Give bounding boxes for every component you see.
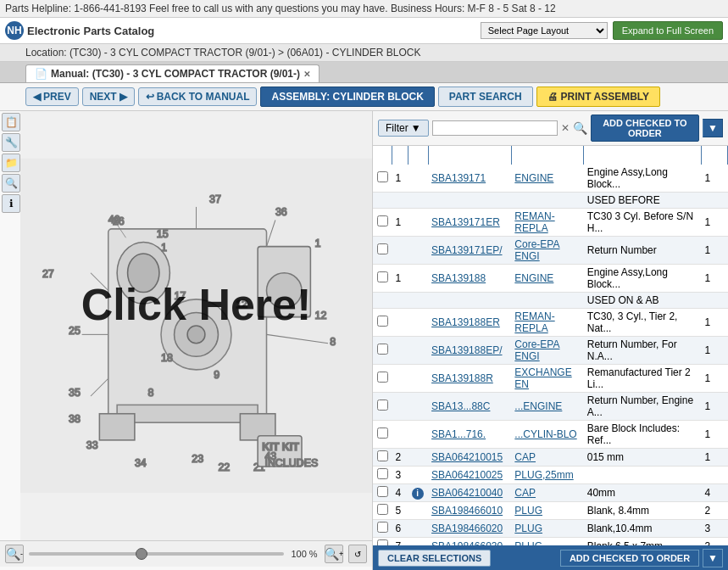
part-name-link[interactable]: ENGINE — [514, 172, 553, 184]
part-number-link[interactable]: SBA198466010 — [431, 505, 503, 517]
row-part-number[interactable]: SBA139188EP/ — [428, 337, 511, 365]
sidebar-icon-2[interactable]: 🔧 — [2, 133, 20, 152]
bottom-dropdown-icon[interactable]: ▼ — [703, 549, 723, 567]
parts-table-scroll[interactable]: # ! Part # Part Name Description Qty 1SB… — [373, 146, 728, 545]
part-number-link[interactable]: SBA139188 — [431, 272, 486, 284]
expand-button[interactable]: Expand to Full Screen — [613, 21, 723, 40]
row-checkbox[interactable] — [377, 400, 388, 411]
tab-close-icon[interactable]: ✕ — [303, 70, 310, 79]
part-name-link[interactable]: PLUG,25mm — [514, 469, 573, 481]
row-part-number[interactable]: SBA064210015 — [428, 449, 511, 467]
sidebar-icon-3[interactable]: 📁 — [2, 154, 20, 172]
zoom-slider-thumb[interactable] — [136, 548, 147, 560]
part-name-link[interactable]: Core-EPA ENGI — [514, 338, 559, 362]
part-name-link[interactable]: ...CYLIN-BLO — [514, 428, 576, 440]
row-part-number[interactable]: SBA064210025 — [428, 467, 511, 484]
row-part-number[interactable]: SBA139171 — [428, 165, 511, 193]
row-description: Return Number, Engine A... — [584, 393, 702, 421]
svg-rect-7 — [99, 414, 135, 440]
row-checkbox[interactable] — [377, 486, 388, 497]
sidebar-icon-1[interactable]: 📋 — [2, 113, 20, 131]
part-number-link[interactable]: SBA139171 — [431, 172, 486, 184]
part-name-link[interactable]: Core-EPA ENGI — [514, 238, 559, 262]
row-checkbox[interactable] — [377, 344, 388, 355]
row-part-number[interactable]: SBA1...716. — [428, 421, 511, 449]
part-name-link[interactable]: ENGINE — [514, 272, 553, 284]
sidebar-icon-4[interactable]: 🔍 — [2, 174, 20, 193]
row-checkbox[interactable] — [377, 372, 388, 383]
part-number-link[interactable]: SBA064210025 — [431, 469, 503, 481]
part-number-link[interactable]: SBA139188EP/ — [431, 344, 502, 356]
row-checkbox[interactable] — [377, 522, 388, 533]
layout-select[interactable]: Select Page Layout — [481, 22, 608, 39]
part-search-button[interactable]: PART SEARCH — [438, 87, 533, 107]
part-name-link[interactable]: CAP — [514, 487, 536, 499]
part-number-link[interactable]: SBA13...88C — [431, 400, 490, 412]
row-qty: 1 — [701, 449, 727, 467]
row-part-number — [428, 193, 511, 209]
part-name-link[interactable]: EXCHANGE EN — [514, 366, 571, 390]
row-checkbox[interactable] — [377, 215, 388, 226]
part-number-link[interactable]: SBA139171ER — [431, 216, 500, 228]
part-number-link[interactable]: SBA064210015 — [431, 451, 503, 463]
table-row: 5SBA198466010PLUGBlank, 8.4mm2 — [373, 502, 728, 520]
row-checkbox[interactable] — [377, 243, 388, 254]
row-part-number[interactable]: SBA139188R — [428, 365, 511, 393]
filter-button[interactable]: Filter ▼ — [378, 120, 429, 137]
row-part-number[interactable]: SBA139188ER — [428, 309, 511, 337]
row-checkbox[interactable] — [377, 504, 388, 515]
row-checkbox[interactable] — [377, 450, 388, 461]
zoom-slider-track[interactable] — [29, 548, 284, 560]
part-name-link[interactable]: REMAN-REPLA — [514, 310, 554, 334]
part-name-link[interactable]: ...ENGINE — [514, 400, 562, 412]
row-checkbox[interactable] — [377, 171, 388, 182]
zoom-out-button[interactable]: 🔍- — [5, 545, 24, 563]
row-part-number[interactable]: SBA198466020 — [428, 520, 511, 538]
part-name-link[interactable]: PLUG — [514, 522, 542, 534]
filter-clear-icon[interactable]: ✕ — [561, 122, 570, 134]
row-part-number[interactable]: SBA064210040 — [428, 484, 511, 502]
next-button[interactable]: NEXT ▶ — [82, 87, 135, 106]
part-name-link[interactable]: PLUG — [514, 505, 542, 517]
zoom-reset-button[interactable]: ↺ — [348, 545, 367, 563]
diagram-area[interactable]: 27 26 25 37 36 1 35 38 33 34 23 22 21 20 — [20, 111, 372, 540]
row-part-number[interactable]: SBA139171ER — [428, 209, 511, 237]
row-qty: 2 — [701, 502, 727, 520]
part-number-link[interactable]: SBA198466020 — [431, 522, 503, 534]
part-name-link[interactable]: REMAN-REPLA — [514, 210, 554, 234]
row-checkbox[interactable] — [377, 539, 388, 545]
row-part-number[interactable]: SBA139171EP/ — [428, 237, 511, 265]
info-icon[interactable]: i — [412, 488, 424, 500]
row-part-number[interactable]: SBA13...88C — [428, 393, 511, 421]
row-number — [392, 365, 408, 393]
manual-tab[interactable]: 📄 Manual: (TC30) - 3 CYL COMPACT TRACTOR… — [25, 64, 320, 82]
add-order-dropdown-icon[interactable]: ▼ — [703, 119, 723, 137]
row-part-number[interactable]: SBA139188 — [428, 265, 511, 293]
row-number — [392, 293, 408, 309]
part-number-link[interactable]: SBA139188R — [431, 372, 493, 384]
row-number: 2 — [392, 449, 408, 467]
filter-search-icon[interactable]: 🔍 — [573, 121, 587, 135]
back-to-manual-button[interactable]: ↩ BACK TO MANUAL — [138, 87, 258, 106]
row-checkbox[interactable] — [377, 316, 388, 327]
part-number-link[interactable]: SBA139188ER — [431, 316, 500, 328]
row-checkbox[interactable] — [377, 271, 388, 282]
part-number-link[interactable]: SBA064210040 — [431, 487, 503, 499]
row-part-number[interactable]: SBA198466030 — [428, 538, 511, 546]
zoom-in-button[interactable]: 🔍+ — [325, 545, 343, 563]
part-number-link[interactable]: SBA139171EP/ — [431, 244, 502, 256]
add-to-order-button[interactable]: ADD CHECKED TO ORDER — [591, 115, 700, 142]
sidebar-icon-5[interactable]: ℹ — [2, 194, 20, 213]
bottom-add-order-button[interactable]: ADD CHECKED TO ORDER — [560, 550, 699, 567]
prev-button[interactable]: ◀ PREV — [25, 87, 79, 106]
filter-input[interactable] — [432, 120, 558, 136]
row-checkbox[interactable] — [377, 468, 388, 479]
part-name-link[interactable]: CAP — [514, 451, 536, 463]
row-info[interactable]: i — [408, 484, 428, 502]
clear-selections-button[interactable]: CLEAR SELECTIONS — [378, 550, 491, 567]
row-info — [408, 449, 428, 467]
part-number-link[interactable]: SBA1...716. — [431, 428, 486, 440]
row-checkbox[interactable] — [377, 428, 388, 439]
print-button[interactable]: 🖨 PRINT ASSEMBLY — [536, 87, 660, 107]
row-part-number[interactable]: SBA198466010 — [428, 502, 511, 520]
